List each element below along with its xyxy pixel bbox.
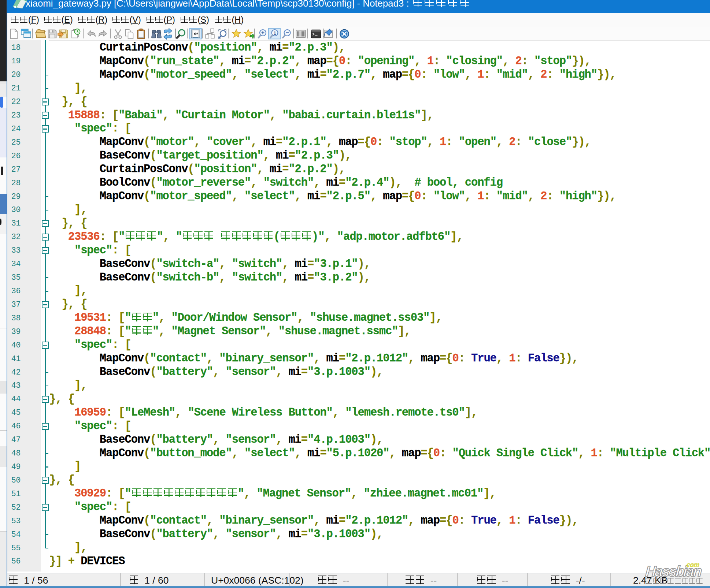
svg-text:1: 1 <box>273 30 276 36</box>
